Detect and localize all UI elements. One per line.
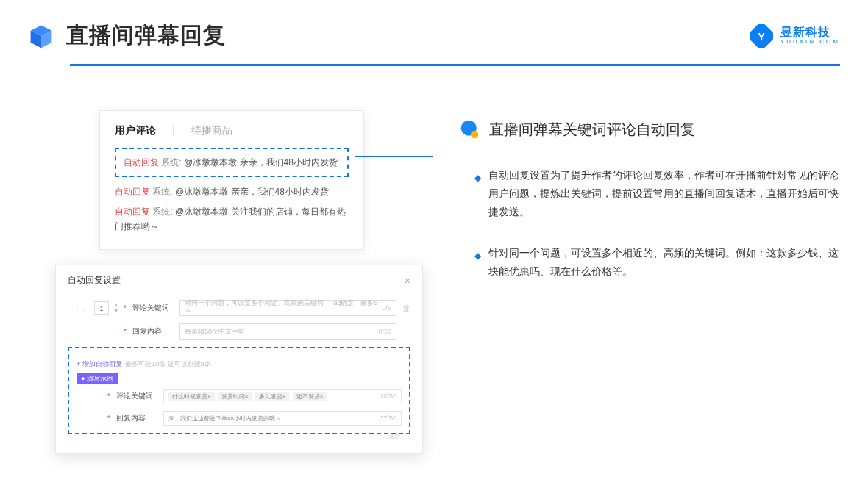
brand-text: 昱新科技 YUUXIN.COM	[780, 26, 840, 45]
page-header: 直播间弹幕回复 Y 昱新科技 YUUXIN.COM	[0, 0, 868, 51]
tag-chip[interactable]: 什么时候发货×	[168, 392, 215, 401]
trailing-counter: /50	[68, 433, 410, 440]
tag-chip[interactable]: 还不发货×	[293, 392, 327, 401]
reply-placeholder: 每条限50个中文字符	[185, 327, 245, 337]
ex-keyword-input[interactable]: 什么时候发货× 发货时间× 多久发货× 还不发货× 20/50	[163, 389, 402, 403]
comments-card: 用户评论 | 待播商品 自动回复 系统: @冰墩墩本墩 亲亲，我们48小时内发货…	[99, 110, 364, 250]
auto-reply-tag: 自动回复	[124, 157, 159, 168]
bullet-text-1: 自动回复设置为了提升作者的评论回复效率，作者可在开播前针对常见的评论用户问题，提…	[488, 166, 840, 222]
example-badge: ● 填写示例	[77, 373, 118, 384]
ex-reply-label: 回复内容	[116, 413, 157, 423]
title-wrap: 直播间弹幕回复	[28, 21, 226, 51]
tab-divider: |	[172, 124, 175, 137]
rule-number: 1	[94, 301, 109, 315]
sys-label: 系统:	[152, 187, 172, 197]
comment-line-1: 自动回复 系统: @冰墩墩本墩 亲亲，我们48小时内发货	[124, 155, 340, 170]
left-panel: 用户评论 | 待播商品 自动回复 系统: @冰墩墩本墩 亲亲，我们48小时内发货…	[55, 110, 423, 463]
reply-row: * 回复内容 每条限50个中文字符 0/50	[68, 323, 410, 340]
sort-arrows[interactable]: ▴▾	[115, 302, 118, 314]
comment-line-3: 自动回复 系统: @冰墩墩本墩 关注我们的店铺，每日都有热门推荐哟～	[115, 204, 349, 234]
keyword-label: 评论关键词	[132, 303, 174, 313]
comment-line-2: 自动回复 系统: @冰墩墩本墩 亲亲，我们48小时内发货	[115, 184, 349, 199]
sys-label: 系统:	[161, 157, 181, 168]
drag-icon[interactable]: ⋮⋮	[74, 304, 88, 312]
right-panel: 直播间弹幕关键词评论自动回复 ◆ 自动回复设置为了提升作者的评论回复效率，作者可…	[423, 110, 840, 463]
keyword-row: ⋮⋮ 1 ▴▾ * 评论关键词 对同一个问题，可设置多个相近、高频的关键词，Ta…	[68, 300, 410, 316]
ex-kw-counter: 20/50	[380, 392, 396, 400]
add-hint: 最多可建10条 还可以创建9条	[125, 360, 211, 367]
reply-counter: 0/50	[378, 328, 391, 335]
delete-icon[interactable]: 🗑	[402, 304, 410, 312]
tag-chip[interactable]: 多久发货×	[255, 392, 290, 401]
highlighted-comment: 自动回复 系统: @冰墩墩本墩 亲亲，我们48小时内发货	[115, 148, 349, 177]
content: 用户评论 | 待播商品 自动回复 系统: @冰墩墩本墩 亲亲，我们48小时内发货…	[0, 66, 868, 463]
required-star: *	[107, 415, 110, 423]
brand-url: YUUXIN.COM	[780, 39, 840, 46]
brand: Y 昱新科技 YUUXIN.COM	[750, 24, 840, 48]
close-icon[interactable]: ×	[405, 275, 410, 287]
brand-icon: Y	[750, 24, 773, 48]
comment-text-2: @冰墩墩本墩 亲亲，我们48小时内发货	[175, 187, 329, 197]
required-star: *	[107, 392, 110, 401]
diamond-icon: ◆	[474, 171, 481, 222]
settings-card: 自动回复设置 × ⋮⋮ 1 ▴▾ * 评论关键词 对同一个问题，可设置多个相近、…	[55, 265, 423, 454]
sub-header: 直播间弹幕关键词评论自动回复	[460, 119, 840, 140]
sub-title: 直播间弹幕关键词评论自动回复	[489, 120, 695, 140]
auto-reply-tag: 自动回复	[115, 207, 150, 217]
reply-input[interactable]: 每条限50个中文字符 0/50	[179, 323, 396, 340]
cube-icon	[28, 23, 54, 49]
add-row: + 增加自动回复 最多可建10条 还可以创建9条	[77, 356, 402, 369]
example-box: + 增加自动回复 最多可建10条 还可以创建9条 ● 填写示例 * 评论关键词 …	[68, 347, 410, 434]
chat-bubble-icon	[460, 119, 480, 140]
sys-label: 系统:	[152, 207, 172, 217]
svg-text:Y: Y	[758, 30, 765, 42]
ex-keyword-label: 评论关键词	[116, 391, 157, 401]
bullet-2: ◆ 针对同一个问题，可设置多个相近的、高频的关键词。例如：这款多少钱、这块能优惠…	[460, 244, 840, 281]
ex-reply-input[interactable]: 亲，我们这边都是下单48小时内发货的哦～ 37/50	[163, 411, 402, 426]
svg-point-5	[471, 131, 479, 139]
tabs: 用户评论 | 待播商品	[115, 124, 349, 137]
required-star: *	[124, 304, 127, 312]
bullet-text-2: 针对同一个问题，可设置多个相近的、高频的关键词。例如：这款多少钱、这块能优惠吗、…	[488, 244, 840, 281]
bullet-1: ◆ 自动回复设置为了提升作者的评论回复效率，作者可在开播前针对常见的评论用户问题…	[460, 166, 840, 222]
keyword-input[interactable]: 对同一个问题，可设置多个相近、高频的关键词，Tag确定，最多5个 0/6	[179, 300, 396, 316]
ex-reply-text: 亲，我们这边都是下单48小时内发货的哦～	[168, 415, 281, 423]
ex-tags: 什么时候发货× 发货时间× 多久发货× 还不发货×	[168, 392, 328, 401]
auto-reply-tag: 自动回复	[115, 187, 150, 197]
add-auto-reply-link[interactable]: + 增加自动回复	[77, 360, 122, 367]
brand-name: 昱新科技	[780, 26, 840, 39]
ex-reply-counter: 37/50	[380, 415, 396, 422]
settings-header: 自动回复设置 ×	[68, 274, 410, 287]
keyword-placeholder: 对同一个问题，可设置多个相近、高频的关键词，Tag确定，最多5个	[185, 298, 383, 317]
tab-pending-goods[interactable]: 待播商品	[191, 124, 232, 137]
comment-text-3: @冰墩墩本墩 关注我们的店铺，每日都有热门推荐哟～	[115, 207, 346, 232]
reply-label: 回复内容	[132, 326, 174, 337]
example-keyword-row: * 评论关键词 什么时候发货× 发货时间× 多久发货× 还不发货× 20/50	[77, 389, 402, 403]
settings-title: 自动回复设置	[68, 274, 121, 287]
page-title: 直播间弹幕回复	[66, 21, 226, 51]
diamond-icon: ◆	[474, 248, 481, 281]
keyword-counter: 0/6	[382, 304, 391, 312]
comment-text-1: @冰墩墩本墩 亲亲，我们48小时内发货	[184, 157, 338, 168]
tab-user-comments[interactable]: 用户评论	[115, 124, 156, 137]
required-star: *	[124, 328, 127, 336]
example-reply-row: * 回复内容 亲，我们这边都是下单48小时内发货的哦～ 37/50	[77, 411, 402, 426]
tag-chip[interactable]: 发货时间×	[218, 392, 252, 401]
